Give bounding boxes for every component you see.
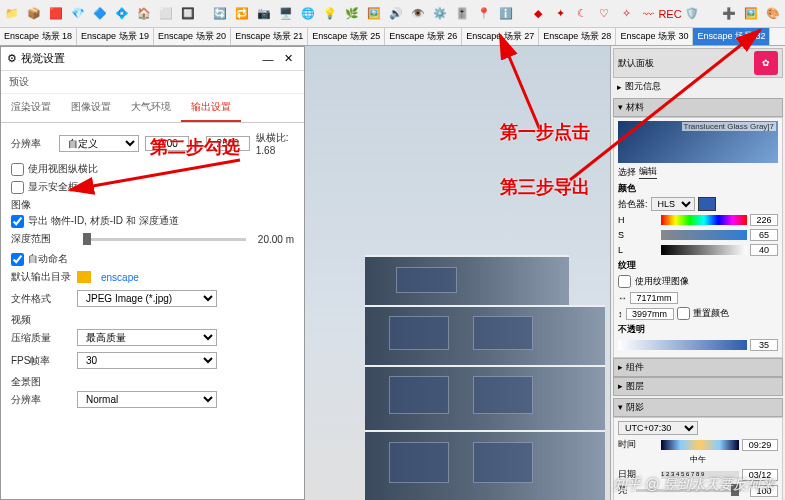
component-section[interactable]: ▸ 组件 <box>613 358 783 377</box>
building-model <box>365 240 605 500</box>
resolution-mode-select[interactable]: 自定义 <box>59 135 139 152</box>
scene-tab[interactable]: Enscape 场景 18 <box>0 28 77 45</box>
toolbar-icon[interactable]: 🔁 <box>232 4 252 24</box>
toolbar-icon[interactable]: 🟥 <box>46 4 66 24</box>
pano-res-select[interactable]: Normal <box>77 391 217 408</box>
toolbar-icon[interactable]: 〰 <box>638 4 658 24</box>
format-label: 文件格式 <box>11 292 71 306</box>
scene-tab[interactable]: Enscape 场景 19 <box>77 28 154 45</box>
toolbar-icon[interactable]: 💎 <box>68 4 88 24</box>
toolbar-icon[interactable]: ⬜ <box>156 4 176 24</box>
cb-viewport-ratio[interactable] <box>11 163 24 176</box>
tex-h[interactable] <box>626 308 674 320</box>
format-select[interactable]: JPEG Image (*.jpg) <box>77 290 217 307</box>
h-input[interactable] <box>750 214 778 226</box>
toolbar-icon[interactable]: ⚙️ <box>430 4 450 24</box>
visual-settings-panel: ⚙ 视觉设置 — ✕ 预设 渲染设置 图像设置 大气环境 输出设置 分辨率 自定… <box>0 46 305 500</box>
toolbar-icon[interactable]: ✧ <box>616 4 636 24</box>
toolbar-icon[interactable]: 🔲 <box>178 4 198 24</box>
output-dir-label: 默认输出目录 <box>11 270 71 284</box>
timezone-select[interactable]: UTC+07:30 <box>618 421 698 435</box>
tray-panel: 默认面板 ✿ ▸图元信息 ▾ 材料 Translucent Glass Gray… <box>610 46 785 500</box>
width-input[interactable] <box>145 136 189 151</box>
toolbar-icon[interactable]: 📦 <box>24 4 44 24</box>
compress-select[interactable]: 最高质量 <box>77 329 217 346</box>
toolbar-icon[interactable]: 💠 <box>112 4 132 24</box>
close-button[interactable]: ✕ <box>278 52 298 65</box>
toolbar-icon[interactable]: 🏠 <box>134 4 154 24</box>
material-preview[interactable]: Translucent Glass Gray]7 <box>618 121 778 163</box>
toolbar-icon[interactable]: 💡 <box>320 4 340 24</box>
cb-reset-color[interactable] <box>677 307 690 320</box>
cb-export-ids[interactable] <box>11 215 24 228</box>
3d-viewport[interactable] <box>305 46 610 500</box>
material-section-title[interactable]: ▾ 材料 <box>613 98 783 117</box>
l-input[interactable] <box>750 244 778 256</box>
select-tab[interactable]: 选择 <box>618 166 636 179</box>
toolbar-icon[interactable]: 🛡️ <box>682 4 702 24</box>
tab-render[interactable]: 渲染设置 <box>1 94 61 122</box>
resolution-label: 分辨率 <box>11 137 53 151</box>
depth-slider[interactable] <box>83 238 246 241</box>
toolbar-icon[interactable]: 🎨 <box>763 4 783 24</box>
tab-atmosphere[interactable]: 大气环境 <box>121 94 181 122</box>
color-section: 颜色 <box>618 182 778 195</box>
shadow-section-title[interactable]: ▾ 阴影 <box>613 398 783 417</box>
toolbar-icon[interactable]: 👁️ <box>408 4 428 24</box>
output-dir-value[interactable]: enscape <box>101 272 139 283</box>
hue-slider[interactable] <box>661 215 747 225</box>
cb-safeframe[interactable] <box>11 181 24 194</box>
tab-image[interactable]: 图像设置 <box>61 94 121 122</box>
time-input[interactable] <box>742 439 778 451</box>
tex-w[interactable] <box>630 292 678 304</box>
gear-icon: ⚙ <box>7 52 17 65</box>
cb-use-texture[interactable] <box>618 275 631 288</box>
toolbar-icon[interactable]: 🔊 <box>386 4 406 24</box>
height-input[interactable] <box>206 136 250 151</box>
toolbar-icon[interactable]: 📷 <box>254 4 274 24</box>
scene-tab[interactable]: Enscape 场景 28 <box>539 28 616 45</box>
opacity-input[interactable] <box>750 339 778 351</box>
scene-tab[interactable]: Enscape 场景 30 <box>616 28 693 45</box>
scene-tab[interactable]: Enscape 场景 25 <box>308 28 385 45</box>
scene-tab[interactable]: Enscape 场景 27 <box>462 28 539 45</box>
scene-tabs: Enscape 场景 18 Enscape 场景 19 Enscape 场景 2… <box>0 28 785 46</box>
toolbar-icon[interactable]: 🖥️ <box>276 4 296 24</box>
layer-section[interactable]: ▸ 图层 <box>613 377 783 396</box>
toolbar-icon[interactable]: 📍 <box>474 4 494 24</box>
scene-tab[interactable]: Enscape 场景 20 <box>154 28 231 45</box>
edit-tab[interactable]: 编辑 <box>639 165 657 179</box>
scene-tab[interactable]: Enscape 场景 21 <box>231 28 308 45</box>
picker-mode[interactable]: HLS <box>651 197 695 211</box>
toolbar-icon[interactable]: ✦ <box>550 4 570 24</box>
section-pano: 全景图 <box>11 375 294 389</box>
toolbar-icon[interactable]: ℹ️ <box>496 4 516 24</box>
scene-tab-active[interactable]: Enscape 场景 32 <box>693 28 770 45</box>
color-swatch[interactable] <box>698 197 716 211</box>
toolbar-icon[interactable]: 🖼️ <box>364 4 384 24</box>
time-slider[interactable] <box>661 440 739 450</box>
sat-slider[interactable] <box>661 230 747 240</box>
depth-value: 20.00 m <box>258 234 294 245</box>
toolbar-icon[interactable]: 🎚️ <box>452 4 472 24</box>
toolbar-icon[interactable]: 🔷 <box>90 4 110 24</box>
toolbar-icon[interactable]: 📁 <box>2 4 22 24</box>
toolbar-icon[interactable]: ☾ <box>572 4 592 24</box>
toolbar-icon[interactable]: REC <box>660 4 680 24</box>
fps-select[interactable]: 30 <box>77 352 217 369</box>
cb-autoname[interactable] <box>11 253 24 266</box>
opacity-slider[interactable] <box>618 340 747 350</box>
toolbar-icon[interactable]: ♡ <box>594 4 614 24</box>
export-icon[interactable]: 🖼️ <box>741 4 761 24</box>
folder-icon[interactable] <box>77 271 91 283</box>
scene-tab[interactable]: Enscape 场景 26 <box>385 28 462 45</box>
toolbar-icon[interactable]: 🌐 <box>298 4 318 24</box>
toolbar-icon[interactable]: ◆ <box>528 4 548 24</box>
lig-slider[interactable] <box>661 245 747 255</box>
toolbar-icon[interactable]: 🔄 <box>210 4 230 24</box>
tab-output[interactable]: 输出设置 <box>181 94 241 122</box>
toolbar-icon[interactable]: ➕ <box>719 4 739 24</box>
minimize-button[interactable]: — <box>258 53 278 65</box>
s-input[interactable] <box>750 229 778 241</box>
toolbar-icon[interactable]: 🌿 <box>342 4 362 24</box>
